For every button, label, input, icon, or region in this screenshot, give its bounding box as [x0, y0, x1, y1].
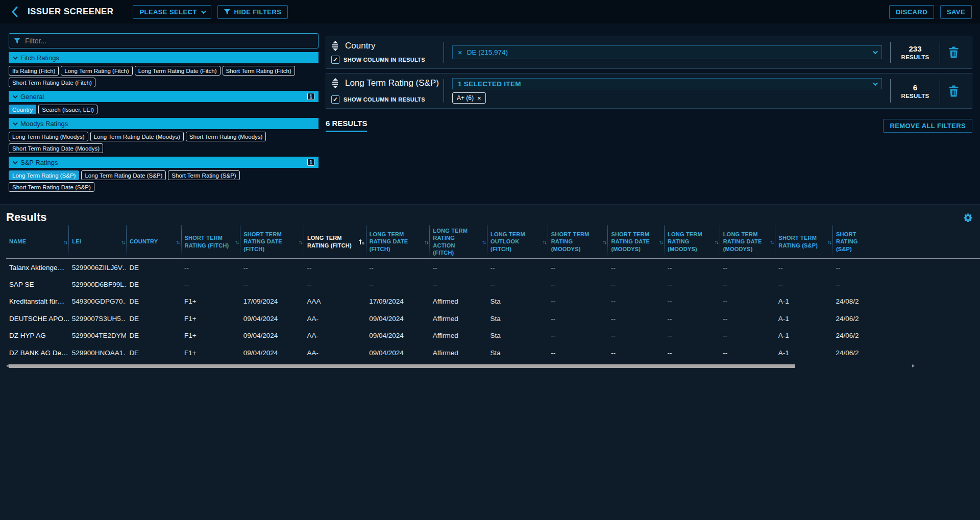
checkbox-icon: ✓	[331, 95, 339, 104]
filter-section-header-s-p-ratings[interactable]: S&P Ratings1	[9, 157, 318, 168]
filter-chip-group: Ifs Rating (Fitch)Long Term Rating (Fitc…	[9, 66, 318, 87]
sort-arrows-icon: ↑↓	[176, 238, 180, 245]
close-icon[interactable]: ×	[477, 94, 481, 102]
trash-icon	[948, 46, 959, 58]
filter-chip-short-term-rating-s-p[interactable]: Short Term Rating (S&P)	[168, 170, 239, 180]
country-value-dropdown[interactable]: × DE (215,974)	[452, 45, 882, 59]
table-cell: --	[366, 259, 430, 276]
filter-chip-short-term-rating-date-moodys[interactable]: Short Term Rating Date (Moodys)	[9, 143, 103, 153]
discard-label: DISCARD	[896, 8, 927, 16]
filters-region: Fitch RatingsIfs Rating (Fitch)Long Term…	[0, 23, 980, 204]
filter-chip-long-term-rating-s-p[interactable]: Long Term Rating (S&P)	[9, 170, 79, 180]
show-column-toggle[interactable]: ✓ SHOW COLUMN IN RESULTS	[331, 95, 444, 104]
table-row[interactable]: SAP SE529900D6BF99L…DE------------------…	[6, 276, 980, 293]
back-button[interactable]	[8, 5, 21, 18]
results-count-tab[interactable]: 6 RESULTS	[326, 119, 367, 132]
table-settings-button[interactable]	[963, 211, 973, 222]
rating-value-dropdown[interactable]: 1 SELECTED ITEM	[452, 78, 882, 89]
table-cell: --	[548, 310, 608, 328]
horizontal-scrollbar[interactable]	[6, 364, 974, 368]
filter-section-header-moodys-ratings[interactable]: Moodys Ratings	[9, 118, 318, 129]
column-header-long-term-rating-moodys[interactable]: LONG TERM RATING (MOODYS)↑↓	[665, 225, 720, 259]
table-cell: --	[181, 276, 240, 293]
table-cell: SAP SE	[6, 276, 69, 293]
remove-all-filters-button[interactable]: REMOVE ALL FILTERS	[883, 119, 972, 133]
table-cell: Sta	[487, 327, 548, 344]
filter-chip-short-term-rating-fitch[interactable]: Short Term Rating (Fitch)	[223, 66, 295, 76]
column-header-long-term-rating-date-fitch[interactable]: LONG TERM RATING DATE (FITCH)↑↓	[366, 225, 430, 259]
table-row[interactable]: DEUTSCHE APO…5299007S3UH5…DEF1+09/04/202…	[6, 310, 980, 328]
save-button[interactable]: SAVE	[940, 5, 972, 19]
column-header-label: SHORT RATING (S&P)	[836, 231, 867, 253]
column-header-label: SHORT TERM RATING DATE (FITCH)	[243, 231, 293, 253]
column-header-short-term-rating-fitch[interactable]: SHORT TERM RATING (FITCH)↑↓	[181, 225, 240, 259]
scroll-right-arrow-icon[interactable]	[912, 364, 915, 367]
filter-chip-search-issuer-lei[interactable]: Search (Issuer, LEI)	[38, 105, 97, 114]
delete-filter-button[interactable]	[940, 40, 967, 65]
chevron-down-icon	[873, 81, 878, 86]
sort-arrows-icon: ↑↓	[770, 238, 773, 245]
filter-chip-country[interactable]: Country	[9, 105, 36, 114]
column-header-long-term-rating-action-fitch[interactable]: LONG TERM RATING ACTION (FITCH)↑↓	[430, 225, 487, 259]
sort-arrows-icon: ↑↓	[827, 238, 831, 245]
show-column-toggle[interactable]: ✓ SHOW COLUMN IN RESULTS	[331, 56, 444, 64]
chevron-down-icon	[13, 55, 18, 60]
column-header-lei[interactable]: LEI↑↓	[69, 225, 127, 259]
delete-filter-button[interactable]	[940, 77, 967, 105]
selected-item-tag[interactable]: A+ (6) ×	[452, 92, 486, 104]
results-header: Results	[0, 205, 980, 225]
filter-search-input[interactable]	[25, 37, 313, 45]
column-header-short-rating-s-p[interactable]: SHORT RATING (S&P)↑↓	[833, 225, 980, 259]
filter-section-header-fitch-ratings[interactable]: Fitch Ratings	[9, 52, 318, 63]
filter-chip-short-term-rating-date-fitch[interactable]: Short Term Rating Date (Fitch)	[9, 78, 95, 87]
filter-chip-long-term-rating-moodys[interactable]: Long Term Rating (Moodys)	[9, 132, 88, 141]
filter-chip-ifs-rating-fitch[interactable]: Ifs Rating (Fitch)	[9, 66, 59, 76]
table-cell: --	[720, 310, 775, 328]
drag-handle-icon[interactable]	[331, 41, 339, 51]
table-row[interactable]: DZ BANK AG De…529900HNOAA1…DEF1+09/04/20…	[6, 344, 980, 362]
column-header-country[interactable]: COUNTRY↑↓	[126, 225, 181, 259]
filter-section-header-general[interactable]: General1	[9, 91, 318, 102]
column-header-long-term-rating-fitch[interactable]: LONG TERM RATING (FITCH)	[304, 225, 366, 259]
table-cell: DE	[126, 293, 181, 310]
chevron-down-icon	[13, 120, 18, 126]
table-cell: 17/09/2024	[366, 293, 430, 310]
table-cell: --	[608, 327, 665, 344]
table-row[interactable]: Kreditanstalt für…549300GDPG70…DEF1+17/0…	[6, 293, 980, 310]
filter-chip-long-term-rating-date-moodys[interactable]: Long Term Rating Date (Moodys)	[90, 132, 184, 141]
column-header-long-term-outlook-fitch[interactable]: LONG TERM OUTLOOK (FITCH)↑↓	[487, 225, 548, 259]
chevron-down-icon	[13, 93, 18, 98]
table-cell: 24/06/2	[833, 344, 980, 362]
preset-select-dropdown[interactable]: PLEASE SELECT	[133, 5, 211, 19]
filter-chip-long-term-rating-date-fitch[interactable]: Long Term Rating Date (Fitch)	[135, 66, 220, 76]
table-cell: --	[430, 276, 487, 293]
filter-chip-short-term-rating-date-s-p[interactable]: Short Term Rating Date (S&P)	[9, 182, 94, 192]
checkbox-icon: ✓	[331, 56, 339, 64]
table-cell: --	[775, 259, 833, 276]
show-column-label: SHOW COLUMN IN RESULTS	[344, 96, 425, 103]
discard-button[interactable]: DISCARD	[889, 5, 934, 19]
column-header-short-term-rating-s-p[interactable]: SHORT TERM RATING (S&P)↑↓	[775, 225, 833, 259]
close-icon[interactable]: ×	[458, 48, 462, 56]
hide-filters-button[interactable]: HIDE FILTERS	[217, 5, 288, 19]
table-cell: --	[665, 344, 720, 362]
drag-handle-icon[interactable]	[331, 78, 339, 88]
scroll-left-arrow-icon[interactable]	[6, 364, 9, 367]
filter-chip-long-term-rating-date-s-p[interactable]: Long Term Rating Date (S&P)	[81, 170, 166, 180]
table-row[interactable]: DZ HYP AG5299004TE2DYM…DEF1+09/04/2024AA…	[6, 327, 980, 344]
table-cell: AAA	[304, 293, 366, 310]
scrollbar-thumb[interactable]	[9, 364, 795, 368]
filter-chip-group: Long Term Rating (S&P)Long Term Rating D…	[9, 170, 318, 192]
column-header-short-term-rating-date-moodys[interactable]: SHORT TERM RATING DATE (MOODYS)↑↓	[608, 225, 665, 259]
filter-chip-long-term-rating-fitch[interactable]: Long Term Rating (Fitch)	[61, 66, 132, 76]
filter-chip-short-term-rating-moodys[interactable]: Short Term Rating (Moodys)	[186, 132, 266, 141]
column-header-name[interactable]: NAME↑↓	[6, 225, 69, 259]
column-header-short-term-rating-date-fitch[interactable]: SHORT TERM RATING DATE (FITCH)↑↓	[240, 225, 304, 259]
column-header-long-term-rating-date-moodys[interactable]: LONG TERM RATING DATE (MOODYS)↑↓	[720, 225, 775, 259]
sort-arrows-icon: ↑↓	[715, 238, 718, 245]
column-header-short-term-rating-moodys[interactable]: SHORT TERM RATING (MOODYS)↑↓	[548, 225, 608, 259]
results-table-wrap: NAME↑↓LEI↑↓COUNTRY↑↓SHORT TERM RATING (F…	[0, 225, 980, 361]
table-cell: F1+	[181, 310, 240, 328]
table-row[interactable]: Talanx Aktienge…5299006ZIILJ6V…DE-------…	[6, 259, 980, 276]
filter-search-field[interactable]	[9, 33, 318, 48]
